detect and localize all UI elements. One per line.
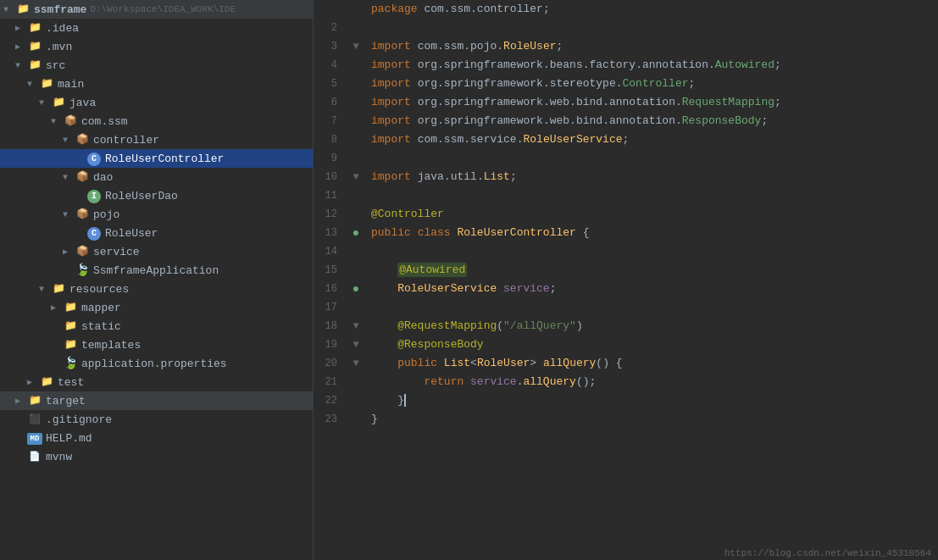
- interface-i-roleuserdao-icon: I: [86, 189, 102, 202]
- sidebar-item-java[interactable]: 📁 java: [0, 93, 313, 112]
- code-line-19: 19 ▼ @ResponseBody: [314, 335, 938, 354]
- class-c-roleuser-icon: C: [86, 226, 102, 240]
- package-dao-icon: 📦: [75, 170, 90, 184]
- root-folder-icon: 📁: [15, 3, 31, 16]
- target-label: target: [46, 395, 86, 408]
- file-tree[interactable]: 📁 ssmframe D:\Workspace\IDEA_WORK\IDE 📁 …: [0, 0, 314, 560]
- code-line-23: 23 }: [314, 410, 938, 429]
- git-icon: ⬛: [27, 413, 42, 426]
- code-line-5: 5 import org.springframework.stereotype.…: [314, 75, 938, 93]
- sidebar-item-mvnw[interactable]: 📄 mvnw: [0, 447, 313, 466]
- sidebar-item-pojo[interactable]: 📦 pojo: [0, 205, 313, 224]
- sidebar-item-roleuserdao[interactable]: I RoleUserDao: [0, 186, 313, 205]
- code-line-13: 13 ● public class RoleUserController {: [314, 224, 938, 242]
- arrow-idea: [15, 23, 27, 33]
- sidebar-item-roleuser[interactable]: C RoleUser: [0, 224, 313, 242]
- code-line-7: 7 import org.springframework.web.bind.an…: [314, 112, 938, 130]
- sidebar-item-mapper[interactable]: 📁 mapper: [0, 298, 313, 317]
- application-properties-label: application.properties: [81, 358, 227, 370]
- folder-src-icon: 📁: [27, 58, 42, 72]
- code-line-6: 6 import org.springframework.web.bind.an…: [314, 93, 938, 112]
- arrow-dao: [63, 173, 75, 182]
- sidebar-item-gitignore[interactable]: ⬛ .gitignore: [0, 410, 313, 429]
- sidebar-item-mvn[interactable]: 📁 .mvn: [0, 37, 313, 56]
- sidebar-item-resources[interactable]: 📁 resources: [0, 280, 313, 298]
- package-service-icon: 📦: [75, 245, 90, 258]
- package-com-ssm-icon: 📦: [63, 114, 78, 128]
- ssmframeapplication-label: SsmframeApplication: [93, 264, 219, 277]
- folder-idea-icon: 📁: [27, 21, 42, 35]
- folder-mvn-icon: 📁: [27, 40, 42, 53]
- sidebar-item-templates[interactable]: 📁 templates: [0, 335, 313, 354]
- tree-root[interactable]: 📁 ssmframe D:\Workspace\IDEA_WORK\IDE: [0, 0, 313, 19]
- sidebar-item-com-ssm[interactable]: 📦 com.ssm: [0, 112, 313, 130]
- sidebar-item-service[interactable]: 📦 service: [0, 242, 313, 261]
- package-controller-icon: 📦: [75, 133, 90, 147]
- sidebar-item-roleusercontroller[interactable]: C RoleUserController: [0, 149, 313, 168]
- roleusercontroller-label: RoleUserController: [105, 152, 224, 165]
- sidebar-item-test[interactable]: 📁 test: [0, 373, 313, 391]
- code-line-20: 20 ▼ public List<RoleUser> allQuery() {: [314, 354, 938, 373]
- code-editor[interactable]: package com.ssm.controller; 2 3 ▼ import…: [314, 0, 938, 560]
- folder-mapper-icon: 📁: [63, 301, 78, 314]
- code-line-11: 11: [314, 186, 938, 205]
- arrow-com-ssm: [51, 117, 63, 126]
- folder-main-icon: 📁: [39, 77, 54, 91]
- sidebar-item-static[interactable]: 📁 static: [0, 317, 313, 335]
- help-md-label: HELP.md: [46, 432, 92, 445]
- mvnw-label: mvnw: [46, 451, 72, 463]
- main-label: main: [58, 78, 84, 91]
- gitignore-label: .gitignore: [46, 413, 112, 426]
- roleuserdao-label: RoleUserDao: [105, 190, 178, 202]
- arrow-test: [27, 377, 39, 387]
- sidebar-item-controller[interactable]: 📦 controller: [0, 130, 313, 149]
- spring-ssmframeapplication-icon: 🍃: [75, 263, 90, 277]
- root-label: ssmframe: [34, 3, 86, 16]
- test-label: test: [58, 376, 84, 389]
- idea-label: .idea: [46, 22, 79, 35]
- sidebar-item-ssmframeapplication[interactable]: 🍃 SsmframeApplication: [0, 261, 313, 280]
- sidebar-item-application-properties[interactable]: 🍃 application.properties: [0, 354, 313, 373]
- arrow-mvn: [15, 42, 27, 52]
- code-line-15: 15 @Autowired: [314, 261, 938, 280]
- sidebar-item-src[interactable]: 📁 src: [0, 56, 313, 75]
- code-line-3: 3 ▼ import com.ssm.pojo.RoleUser;: [314, 37, 938, 56]
- sidebar-item-dao[interactable]: 📦 dao: [0, 168, 313, 186]
- arrow-controller: [63, 136, 75, 145]
- package-pojo-icon: 📦: [75, 208, 90, 221]
- spring-appprops-icon: 🍃: [63, 357, 78, 370]
- code-line-21: 21 return service.allQuery();: [314, 373, 938, 391]
- code-line-17: 17: [314, 298, 938, 317]
- pojo-label: pojo: [93, 208, 119, 221]
- code-line-10: 10 ▼ import java.util.List;: [314, 168, 938, 186]
- tree-arrow-root: [3, 5, 15, 14]
- sidebar-item-main[interactable]: 📁 main: [0, 75, 313, 93]
- folder-templates-icon: 📁: [63, 338, 78, 352]
- folder-test-icon: 📁: [39, 375, 54, 389]
- mapper-label: mapper: [81, 302, 121, 314]
- sidebar-item-idea[interactable]: 📁 .idea: [0, 19, 313, 37]
- code-line-18: 18 ▼ @RequestMapping("/allQuery"): [314, 317, 938, 335]
- sidebar-item-target[interactable]: 📁 target: [0, 391, 313, 410]
- status-url: https://blog.csdn.net/weixin_45310564: [724, 548, 931, 558]
- arrow-pojo: [63, 210, 75, 219]
- folder-resources-icon: 📁: [51, 282, 66, 296]
- code-line-22: 22 }: [314, 391, 938, 410]
- code-line-14: 14: [314, 242, 938, 261]
- arrow-src: [15, 61, 27, 70]
- controller-label: controller: [93, 134, 159, 147]
- sidebar-item-help-md[interactable]: MD HELP.md: [0, 429, 313, 447]
- code-line-12: 12 @Controller: [314, 205, 938, 224]
- arrow-main: [27, 80, 39, 89]
- folder-java-icon: 📁: [51, 96, 66, 109]
- root-path: D:\Workspace\IDEA_WORK\IDE: [90, 4, 236, 14]
- code-area: package com.ssm.controller; 2 3 ▼ import…: [314, 0, 938, 446]
- java-label: java: [69, 97, 96, 109]
- code-line-9: 9: [314, 149, 938, 168]
- resources-label: resources: [69, 283, 129, 296]
- roleuser-label: RoleUser: [105, 227, 158, 240]
- code-line-16: 16 ● RoleUserService service;: [314, 280, 938, 298]
- src-label: src: [46, 59, 65, 72]
- arrow-target: [15, 396, 27, 406]
- service-label: service: [93, 246, 140, 258]
